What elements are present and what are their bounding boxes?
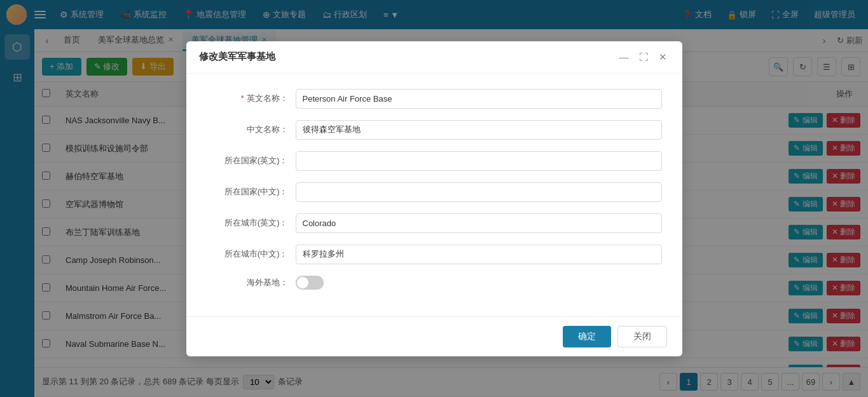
- input-city-en[interactable]: [296, 213, 662, 233]
- form-row-name-en: 英文名称：: [207, 89, 662, 109]
- label-country-cn: 所在国家(中文)：: [207, 186, 296, 198]
- edit-modal: 修改美军军事基地 — ⛶ ✕ 英文名称： 中文名称：: [186, 41, 682, 356]
- toggle-knob: [297, 277, 308, 288]
- confirm-button[interactable]: 确定: [563, 326, 611, 347]
- form-row-overseas: 海外基地：: [207, 276, 662, 290]
- label-name-cn: 中文名称：: [207, 124, 296, 135]
- modal-overlay: 修改美军军事基地 — ⛶ ✕ 英文名称： 中文名称：: [0, 0, 868, 397]
- modal-minimize-btn[interactable]: —: [617, 50, 631, 64]
- form-row-name-cn: 中文名称：: [207, 120, 662, 140]
- modal-body: 英文名称： 中文名称： 所在国家(英文)： 所在国家: [186, 74, 682, 316]
- input-name-en[interactable]: [296, 89, 662, 109]
- modal-header-actions: — ⛶ ✕: [617, 50, 670, 64]
- form-row-city-en: 所在城市(英文)：: [207, 213, 662, 233]
- label-city-en: 所在城市(英文)：: [207, 217, 296, 229]
- modal-close-btn[interactable]: ✕: [656, 50, 670, 64]
- input-country-cn[interactable]: [296, 182, 662, 202]
- label-city-cn: 所在城市(中文)：: [207, 248, 296, 260]
- modal-header: 修改美军军事基地 — ⛶ ✕: [186, 41, 682, 74]
- label-name-en: 英文名称：: [207, 93, 296, 104]
- cancel-button[interactable]: 关闭: [617, 326, 667, 347]
- modal-title: 修改美军军事基地: [199, 51, 275, 63]
- input-city-cn[interactable]: [296, 245, 662, 264]
- modal-maximize-btn[interactable]: ⛶: [637, 50, 651, 64]
- form-row-country-cn: 所在国家(中文)：: [207, 182, 662, 202]
- overseas-toggle[interactable]: [296, 276, 324, 290]
- form-row-city-cn: 所在城市(中文)：: [207, 245, 662, 264]
- modal-footer: 确定 关闭: [186, 316, 682, 356]
- form-row-country-en: 所在国家(英文)：: [207, 151, 662, 171]
- label-country-en: 所在国家(英文)：: [207, 155, 296, 166]
- input-name-cn[interactable]: [296, 120, 662, 140]
- label-overseas: 海外基地：: [207, 277, 296, 288]
- input-country-en[interactable]: [296, 151, 662, 171]
